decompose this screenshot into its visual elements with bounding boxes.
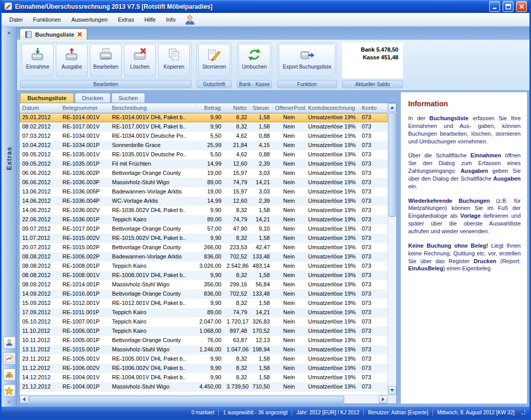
- toolbar-button-ausgabe[interactable]: Ausgabe: [56, 44, 88, 77]
- cell: 06.06.2012: [20, 169, 60, 178]
- cell: 702,52: [224, 289, 250, 299]
- cell: 1,58: [250, 206, 272, 215]
- table-row[interactable]: 21.12.2012RE-1004.001PMassivholz-Stuhl W…: [20, 382, 388, 392]
- toolbar-button-stornieren[interactable]: Stornieren: [198, 44, 230, 77]
- sidebar-button-favorites[interactable]: [3, 384, 15, 397]
- menu-item-info[interactable]: Info: [162, 15, 180, 24]
- header-cell-konto[interactable]: Konto: [359, 103, 388, 112]
- table-row[interactable]: 07.03.2012RE-1034.001VRE-1034.001V Deuts…: [20, 132, 388, 141]
- vertical-scrollbar[interactable]: [388, 103, 396, 395]
- horizontal-scroll-thumb[interactable]: [29, 396, 344, 403]
- collapse-icon[interactable]: «: [7, 27, 10, 36]
- menu-item-extras[interactable]: Extras: [113, 15, 138, 24]
- table-row[interactable]: 09.07.2012RE-1017.001PBettvorlage Orange…: [20, 224, 388, 234]
- cell: 170,52: [250, 327, 272, 336]
- table-row[interactable]: 08.02.2012RE-1017.001VRE-1017.001V DHL P…: [20, 122, 388, 132]
- minimize-button[interactable]: [489, 1, 500, 12]
- cell: 06.06.2012: [20, 178, 60, 187]
- table-row[interactable]: 13.06.2012RE-1036.005PBadewannen-Vorlage…: [20, 187, 388, 197]
- table-row[interactable]: 05.10.2012RE-1007.001PTeppich Kairo2.047…: [20, 317, 388, 327]
- cell: Massivholz-Stuhl Wigo: [109, 345, 196, 354]
- table-row[interactable]: 13.11.2012RE-1015.001PMassivholz-Stuhl W…: [20, 345, 388, 354]
- menu-item-funktionen[interactable]: Funktionen: [28, 15, 66, 24]
- table-row[interactable]: 22.06.2012RE-1036.001PTeppich Kairo89,00…: [20, 215, 388, 224]
- table-row[interactable]: 10.11.2012RE-1005.001PBettvorlage Orange…: [20, 336, 388, 345]
- cell: 299,16: [224, 280, 250, 289]
- cell: 5,50: [196, 132, 224, 141]
- maximize-button[interactable]: [503, 1, 513, 12]
- table-row[interactable]: 14.12.2012RE-1004.001VRE-1004.001V DHL P…: [20, 373, 388, 382]
- toolbar-button-einnahme[interactable]: Einnahme: [22, 44, 54, 77]
- header-cell-belegnummer[interactable]: Belegnummer: [60, 103, 109, 112]
- resize-grip-icon[interactable]: [520, 409, 526, 416]
- subtab-suchen[interactable]: Suchen: [111, 93, 145, 103]
- table-row[interactable]: 06.06.2012RE-1036.003PMassivholz-Stuhl W…: [20, 178, 388, 187]
- table-row[interactable]: 08.08.2012RE-1008.001VRE-1008.001V DHL P…: [20, 271, 388, 280]
- subtab-buchungsliste[interactable]: Buchungsliste: [20, 93, 74, 103]
- horizontal-scrollbar[interactable]: [20, 395, 388, 403]
- header-cell-beschreibung[interactable]: Beschreibung: [109, 103, 196, 112]
- more-chevron-icon[interactable]: ››: [8, 398, 11, 407]
- table-row[interactable]: 25.01.2012RE-1014.001VRE-1014.001V DHL P…: [20, 113, 388, 122]
- sidebar-button-user[interactable]: [3, 336, 15, 349]
- toolbar-button-loeschen[interactable]: Löschen: [124, 44, 156, 77]
- subtab-drucken[interactable]: Drucken: [75, 93, 110, 103]
- table-row[interactable]: 09.05.2012RE-1035.001PFil mit Früchten14…: [20, 159, 388, 169]
- table-row[interactable]: 14.06.2012RE-1036.004PWC-Vorlage Arktis1…: [20, 197, 388, 206]
- cell: 073: [359, 132, 388, 141]
- sidebar-button-chart[interactable]: [3, 352, 15, 365]
- table-row[interactable]: 14.06.2012RE-1036.002VRE-1036.002V DHL P…: [20, 206, 388, 215]
- table-row[interactable]: 17.09.2012RE-1011.001PTeppich Kairo89,00…: [20, 308, 388, 317]
- cell: 1,58: [250, 364, 272, 373]
- horizontal-scroll-track[interactable]: [28, 395, 379, 403]
- table-row[interactable]: 11.10.2012RE-1006.001PTeppich Kairo1.068…: [20, 327, 388, 336]
- table-row[interactable]: 08.08.2012RE-1008.001PTeppich Kairo3.026…: [20, 262, 388, 271]
- menu-item-datei[interactable]: Datei: [5, 15, 27, 24]
- header-cell-offenerposten[interactable]: OffenerPosten: [272, 103, 305, 112]
- table-row[interactable]: 06.06.2012RE-1036.002PBettvorlage Orange…: [20, 169, 388, 178]
- cell: RE-1004.001V DHL Paket b..: [109, 373, 196, 382]
- close-tab-icon[interactable]: [77, 32, 82, 37]
- cell: 11.12.2012: [20, 364, 60, 373]
- scroll-up-button[interactable]: [388, 103, 396, 112]
- cell: 74,79: [224, 308, 250, 317]
- cell: Teppich Kairo: [109, 327, 196, 336]
- menu-item-hilfe[interactable]: Hilfe: [140, 15, 160, 24]
- scroll-left-button[interactable]: [20, 395, 28, 403]
- table-row[interactable]: 08.09.2012RE-1014.001PMassivholz-Stuhl W…: [20, 280, 388, 289]
- scroll-down-button[interactable]: [388, 386, 396, 395]
- table-row[interactable]: 20.07.2012RE-1015.002PBettvorlage Orange…: [20, 243, 388, 252]
- table-row[interactable]: 11.12.2012RE-1006.002VRE-1006.002V DHL P…: [20, 364, 388, 373]
- toolbar-button-kopieren[interactable]: Kopieren: [158, 44, 190, 77]
- table-row[interactable]: 15.09.2012RE-1012.001VRE-1012.001V DHL P…: [20, 299, 388, 308]
- table-row[interactable]: 09.05.2012RE-1035.001VRE-1035.001V Deuts…: [20, 150, 388, 159]
- table-row[interactable]: 10.04.2012RE-1034.001PSonnenbrille Grace…: [20, 141, 388, 150]
- toolbar-group-label: Funktion: [277, 80, 337, 88]
- header-cell-betrag[interactable]: Betrag: [196, 103, 224, 112]
- header-cell-netto[interactable]: Netto: [224, 103, 250, 112]
- cell: 1,58: [250, 299, 272, 308]
- cell: 12,60: [224, 197, 250, 206]
- scroll-right-button[interactable]: [379, 395, 388, 403]
- cell: 09.05.2012: [20, 159, 60, 169]
- header-cell-steuer[interactable]: Steuer: [250, 103, 272, 112]
- toolbar-button-export-buchungsliste[interactable]: Export Buchungsliste: [279, 44, 335, 77]
- menubar: Datei Funktionen Auswertungen Extras Hil…: [2, 13, 529, 27]
- vertical-scroll-track[interactable]: [388, 112, 396, 386]
- table-row[interactable]: 08.08.2012RE-1006.002PBadewannen-Vorlage…: [20, 252, 388, 262]
- table-row[interactable]: 14.09.2012RE-1016.001PBettvorlage Orange…: [20, 289, 388, 299]
- tab-buchungsliste[interactable]: Buchungsliste: [20, 28, 87, 40]
- close-button[interactable]: [516, 1, 527, 12]
- cell: Umsatzerlöse 19%: [305, 122, 359, 132]
- user-avatar-icon[interactable]: [184, 14, 196, 25]
- table-row[interactable]: 11.07.2012RE-1015.002VRE-1015.002V DHL P…: [20, 234, 388, 243]
- sidebar-button-bricks[interactable]: [3, 368, 15, 381]
- menu-item-auswertungen[interactable]: Auswertungen: [67, 15, 112, 24]
- cell: 5,50: [196, 150, 224, 159]
- vertical-scroll-thumb[interactable]: [389, 112, 396, 217]
- table-row[interactable]: 23.11.2012RE-1005.001VRE-1005.001V DHL P…: [20, 354, 388, 364]
- toolbar-button-umbuchen[interactable]: Umbuchen: [238, 44, 270, 77]
- header-cell-kontobezeichnung[interactable]: Kontobezeichnung: [305, 103, 359, 112]
- header-cell-datum[interactable]: Datum: [20, 103, 60, 112]
- toolbar-button-bearbeiten[interactable]: Bearbeiten: [90, 44, 122, 77]
